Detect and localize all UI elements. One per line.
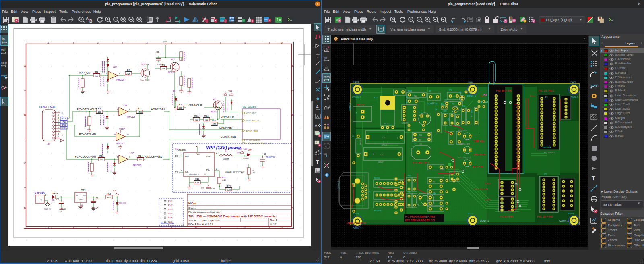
svg-text:YELLOW-LED: YELLOW-LED [458, 156, 471, 159]
svg-text:mm: mm [324, 75, 330, 79]
svg-text:Ɛ0V ЯƎMMARGOЯꟼ ƆIꟼ: Ɛ0V ЯƎMMARGOЯꟼ ƆIꟼ [405, 219, 435, 222]
svg-text:1=>>: 1=>> [485, 198, 491, 201]
svg-text:BAT43: BAT43 [374, 177, 380, 179]
svg-text:C1: C1 [96, 197, 99, 200]
svg-text:C9: C9 [156, 51, 159, 53]
svg-text:470: 470 [213, 123, 216, 125]
svg-text:0.20: 0.20 [227, 189, 231, 191]
svg-text:L1: L1 [225, 150, 228, 152]
svg-text:BC327+: BC327+ [211, 110, 218, 113]
svg-text:CONN_2: CONN_2 [37, 192, 44, 194]
svg-text:P104: P104 [168, 213, 173, 215]
svg-text:100uH: 100uH [223, 158, 229, 160]
svg-text:3.3nF: 3.3nF [211, 188, 216, 190]
svg-text:PC−DATA−IN: PC−DATA−IN [79, 133, 96, 136]
svg-text:2.2K: 2.2K [126, 73, 131, 75]
svg-text:74HC125: 74HC125 [116, 79, 124, 81]
svg-text:C: C [291, 162, 293, 165]
svg-text:5: 5 [244, 41, 246, 44]
svg-text:13V ADJUST: 13V ADJUST [412, 161, 429, 164]
svg-text:R16: R16 [222, 177, 226, 179]
svg-text:VCC: VCC [113, 190, 117, 192]
svg-text:C8: C8 [264, 153, 266, 155]
svg-text:74HC125: 74HC125 [116, 142, 124, 145]
svg-text:U2B: U2B [123, 104, 127, 107]
svg-text:VCC ON: VCC ON [472, 165, 483, 168]
svg-text:A: A [24, 64, 26, 67]
svg-text:D6: D6 [52, 199, 54, 201]
svg-text:123: 123 [324, 153, 327, 155]
svg-text:470: 470 [139, 158, 142, 161]
svg-text:6: 6 [281, 41, 283, 44]
svg-text:CTS: CTS [62, 124, 66, 126]
svg-text:CLOCK−RB6: CLOCK−RB6 [145, 155, 162, 158]
svg-text:1: 1 [47, 41, 49, 44]
svg-text:A: A [292, 64, 294, 67]
svg-text:1=>>: 1=>> [485, 182, 491, 185]
svg-text:KiCad: KiCad [188, 202, 196, 205]
svg-text:R15: R15 [107, 193, 111, 195]
svg-text:1=>>: 1=>> [480, 95, 485, 97]
svg-text:A: A [316, 114, 319, 118]
svg-text:GND: GND [189, 173, 193, 175]
svg-text:VCC_PIC: VCC_PIC [246, 112, 257, 114]
svg-text:D10: D10 [441, 103, 445, 105]
svg-text:R17 22K: R17 22K [471, 110, 473, 117]
svg-text:U6: U6 [500, 202, 503, 204]
svg-text:CONN_1: CONN_1 [559, 220, 568, 222]
svg-text:Mounting holes: Mounting holes [161, 222, 174, 225]
svg-text:R10: R10 [408, 90, 412, 92]
svg-text:+8/12V: +8/12V [356, 103, 364, 106]
svg-text:+20: +20 [195, 118, 198, 121]
svg-text:150: 150 [100, 158, 103, 161]
svg-text:R?? 10K: R?? 10K [374, 210, 382, 212]
svg-text:1N4004: 1N4004 [52, 193, 58, 195]
svg-text:R8: R8 [127, 69, 130, 71]
svg-text:CLOCK−RB6: CLOCK−RB6 [221, 135, 236, 138]
svg-text:pic_sockets: pic_sockets [243, 105, 257, 108]
svg-text:R4: R4 [95, 71, 98, 73]
svg-text:Date: 05 jan 2014: Date: 05 jan 2014 [202, 219, 219, 222]
svg-text:P103: P103 [468, 81, 474, 83]
svg-text:ADJUST for VPP = 13V: ADJUST for VPP = 13V [225, 171, 244, 173]
svg-text:PIC 16 PINS: PIC 16 PINS [544, 152, 555, 154]
svg-text:PWR ON: PWR ON [474, 153, 485, 156]
svg-text:A: A [80, 17, 83, 21]
svg-text:RED-LED: RED-LED [119, 202, 126, 204]
svg-text:3: 3 [146, 226, 148, 229]
svg-text:CONN_1: CONN_1 [353, 227, 361, 229]
svg-text:CONN_1: CONN_1 [467, 95, 476, 97]
svg-text:Vin: Vin [196, 153, 199, 155]
svg-text:D: D [291, 207, 293, 210]
svg-text:P101: P101 [168, 200, 173, 202]
svg-text:+: + [372, 153, 374, 156]
svg-text:A: A [392, 17, 394, 21]
svg-text:R14: R14 [138, 155, 142, 157]
svg-text:VPP−MCLR: VPP−MCLR [246, 119, 259, 122]
svg-text:R17: R17 [252, 169, 255, 171]
svg-text:VCC: VCC [228, 90, 232, 92]
svg-text:mil: mil [1, 48, 6, 52]
svg-text:PC−CLOCK−OUT: PC−CLOCK−OUT [75, 155, 98, 158]
svg-text:CONN_1: CONN_1 [352, 96, 361, 98]
svg-text:PIC PROGRAMMER V03: PIC PROGRAMMER V03 [405, 215, 435, 218]
svg-text:1=>>: 1=>> [530, 95, 535, 97]
svg-text:R42: R42 [230, 19, 235, 22]
svg-text:PWR_IN: PWR_IN [44, 208, 51, 210]
svg-text:C4: C4 [201, 187, 204, 189]
svg-text:+20: +20 [205, 118, 208, 121]
svg-text:GND: GND [79, 199, 83, 201]
svg-text:in: in [324, 56, 327, 60]
svg-text:GND_S: GND_S [193, 173, 199, 175]
svg-text:U4: U4 [406, 101, 409, 104]
svg-text:A: A [315, 141, 317, 144]
svg-text:1.2K: 1.2K [252, 172, 255, 174]
svg-text:100uF: 100uF [92, 207, 98, 209]
svg-text:LT1373: LT1373 [402, 122, 409, 124]
svg-text:R21: R21 [212, 119, 216, 122]
svg-text:1N5819: 1N5819 [243, 157, 249, 159]
svg-text:J2: J2 [368, 191, 371, 194]
svg-text:2: 2 [97, 41, 99, 44]
svg-text:R10: R10 [195, 178, 199, 180]
svg-text:TXD: TXD [62, 121, 66, 123]
